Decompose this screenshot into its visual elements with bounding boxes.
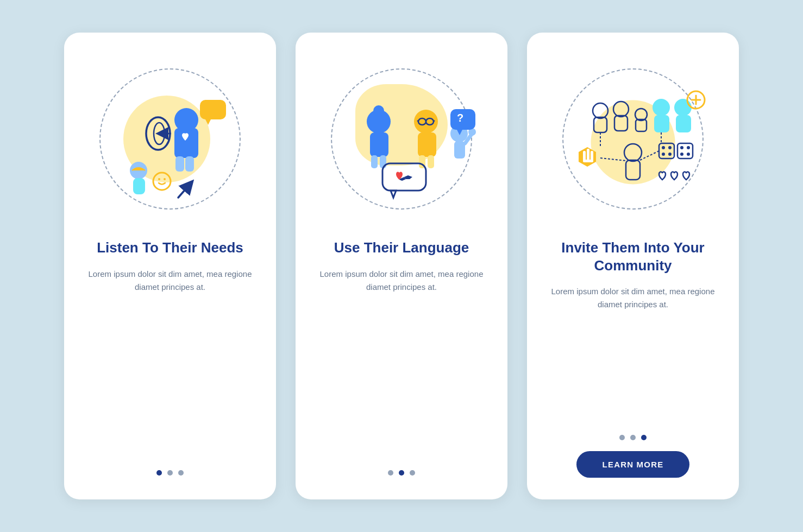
svg-point-1 [174,108,198,132]
svg-line-69 [600,158,626,161]
svg-line-25 [434,121,435,122]
svg-point-38 [593,103,608,118]
svg-rect-39 [594,117,607,132]
svg-point-56 [624,144,642,161]
svg-point-42 [635,109,647,121]
svg-point-67 [687,153,690,156]
card-community-desc: Lorem ipsum dolor sit dim amet, mea regi… [547,285,719,311]
svg-rect-54 [591,151,593,161]
svg-point-59 [662,146,665,149]
card-listen: Listen To Their Needs Lorem ipsum dolor … [64,33,276,499]
svg-rect-58 [659,143,674,159]
language-illustration: ? [325,63,478,215]
dot-3 [178,470,184,476]
svg-marker-8 [205,119,211,125]
card-listen-dots [156,470,184,476]
card-listen-title: Listen To Their Needs [97,239,243,257]
svg-point-11 [153,173,171,190]
svg-line-14 [178,185,189,198]
illustration-listen [84,52,256,226]
card-language-desc: Lorem ipsum dolor sit dim amet, mea regi… [315,268,488,294]
svg-rect-10 [133,178,145,194]
svg-point-61 [662,153,665,156]
svg-rect-26 [418,132,436,157]
svg-rect-19 [380,155,386,168]
card-community-dots [619,435,647,440]
cards-container: Listen To Their Needs Lorem ipsum dolor … [42,11,761,521]
svg-marker-37 [391,191,396,198]
card-language-title: Use Their Language [334,239,469,257]
svg-rect-55 [583,160,593,162]
dot-1 [619,435,625,440]
illustration-language: ? [315,52,488,226]
svg-text:?: ? [457,112,463,124]
svg-rect-3 [185,156,194,172]
svg-point-64 [680,146,683,149]
svg-rect-7 [200,100,226,119]
svg-point-62 [668,153,672,156]
card-listen-desc: Lorem ipsum dolor sit dim amet, mea regi… [84,268,256,294]
svg-rect-45 [654,115,669,132]
dot-1 [388,470,393,476]
svg-point-40 [613,102,629,117]
listen-illustration [94,63,246,215]
svg-rect-53 [587,149,589,161]
dot-1 [156,470,162,476]
card-language-dots [388,470,415,476]
card-language: ? Use Their Language Lorem ipsum dolor s… [296,33,507,499]
svg-point-16 [373,105,384,116]
svg-rect-43 [636,119,647,131]
svg-rect-63 [677,143,693,159]
svg-point-13 [164,178,166,180]
svg-rect-17 [370,132,388,157]
card-community: Invite Them Into Your Community Lorem ip… [527,33,739,499]
dot-2 [399,470,404,476]
svg-point-46 [674,99,692,116]
illustration-community [547,52,719,226]
dot-3 [641,435,647,440]
dot-2 [167,470,173,476]
svg-rect-28 [428,155,434,168]
svg-rect-18 [371,155,378,168]
svg-line-24 [417,121,418,122]
community-illustration [557,63,709,215]
svg-rect-2 [175,156,184,172]
svg-rect-41 [614,116,628,131]
dot-3 [410,470,415,476]
learn-more-button[interactable]: LEARN MORE [576,451,690,478]
svg-rect-0 [174,128,198,158]
svg-point-12 [158,178,160,180]
dot-2 [630,435,636,440]
svg-point-66 [680,153,683,156]
svg-point-44 [653,99,670,116]
card-community-title: Invite Them Into Your Community [547,239,719,274]
svg-rect-57 [626,160,640,180]
svg-point-60 [668,146,672,149]
svg-line-71 [640,151,659,160]
svg-point-65 [687,146,690,149]
svg-rect-47 [676,115,691,132]
svg-rect-52 [583,151,586,161]
